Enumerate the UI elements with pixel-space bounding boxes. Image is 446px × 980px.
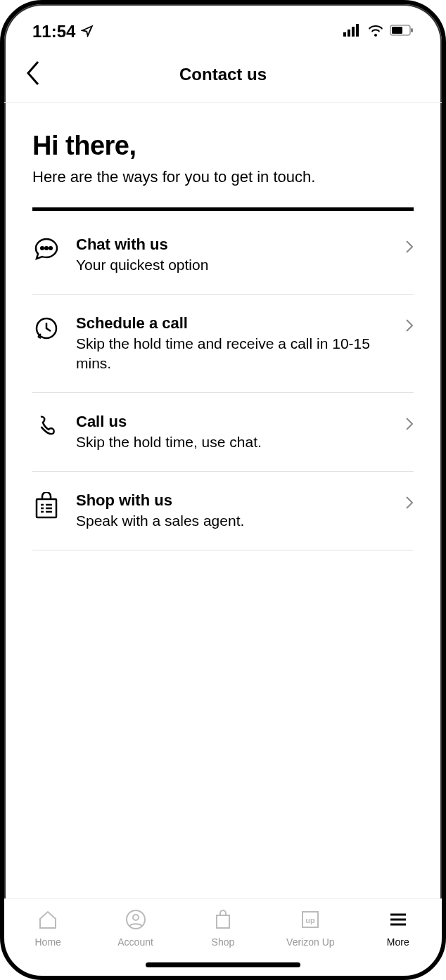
tab-label: Account <box>117 936 153 948</box>
location-icon <box>81 22 94 41</box>
clock-icon <box>32 314 60 342</box>
status-bar: 11:54 <box>4 4 442 46</box>
option-shop-with-us[interactable]: Shop with us Speak with a sales agent. <box>32 472 414 550</box>
chevron-right-icon <box>405 240 414 257</box>
option-schedule-a-call[interactable]: Schedule a call Skip the hold time and r… <box>32 295 414 393</box>
wifi-icon <box>367 24 384 39</box>
chat-icon <box>32 236 60 264</box>
svg-point-9 <box>49 247 52 250</box>
tab-label: Verizon Up <box>286 936 334 948</box>
chevron-right-icon <box>405 496 414 512</box>
option-desc: Skip the hold time and receive a call in… <box>76 334 390 373</box>
svg-point-7 <box>41 247 44 250</box>
phone-icon <box>32 413 60 441</box>
chevron-right-icon <box>405 417 414 434</box>
shop-icon <box>212 909 234 932</box>
option-chat-with-us[interactable]: Chat with us Your quickest option <box>32 211 414 295</box>
phone-frame: 11:54 <box>0 0 446 980</box>
greeting-subtitle: Here are the ways for you to get in touc… <box>32 168 414 186</box>
tab-shop[interactable]: Shop <box>184 909 262 948</box>
option-text: Shop with us Speak with a sales agent. <box>76 491 390 530</box>
option-desc: Your quickest option <box>76 255 390 274</box>
option-text: Schedule a call Skip the hold time and r… <box>76 314 390 373</box>
tab-home[interactable]: Home <box>9 909 87 948</box>
status-left: 11:54 <box>32 22 94 41</box>
tab-account[interactable]: Account <box>97 909 174 948</box>
svg-text:up: up <box>306 916 316 924</box>
svg-point-8 <box>45 247 48 250</box>
tab-more[interactable]: More <box>359 909 437 948</box>
option-title: Schedule a call <box>76 314 390 333</box>
home-icon <box>37 909 58 932</box>
page-title: Contact us <box>179 65 267 84</box>
option-call-us[interactable]: Call us Skip the hold time, use chat. <box>32 393 414 472</box>
greeting-heading: Hi there, <box>32 131 414 161</box>
option-text: Chat with us Your quickest option <box>76 236 390 274</box>
tab-label: Shop <box>212 936 235 948</box>
status-time: 11:54 <box>32 22 75 41</box>
option-title: Chat with us <box>76 236 390 254</box>
nav-header: Contact us <box>4 46 442 103</box>
option-desc: Skip the hold time, use chat. <box>76 432 390 451</box>
content: Hi there, Here are the ways for you to g… <box>4 103 442 550</box>
option-text: Call us Skip the hold time, use chat. <box>76 413 390 451</box>
cellular-icon <box>343 24 362 39</box>
status-right <box>343 24 414 39</box>
svg-rect-5 <box>392 27 402 34</box>
svg-rect-0 <box>343 32 346 37</box>
svg-rect-6 <box>411 28 413 32</box>
option-desc: Speak with a sales agent. <box>76 511 390 530</box>
hamburger-icon <box>388 909 409 932</box>
home-indicator[interactable] <box>146 962 300 967</box>
tab-label: Home <box>35 936 61 948</box>
option-title: Shop with us <box>76 491 390 510</box>
svg-point-19 <box>133 915 139 920</box>
svg-rect-3 <box>356 24 359 37</box>
verizon-up-icon: up <box>300 909 321 932</box>
back-button[interactable] <box>25 60 41 89</box>
svg-rect-2 <box>352 27 355 37</box>
chevron-right-icon <box>405 318 414 335</box>
tab-label: More <box>387 936 409 948</box>
svg-rect-20 <box>217 915 229 928</box>
svg-rect-1 <box>348 30 350 37</box>
tab-verizon-up[interactable]: up Verizon Up <box>272 909 349 948</box>
shopping-bag-icon <box>32 491 60 520</box>
option-title: Call us <box>76 413 390 431</box>
account-icon <box>125 909 146 932</box>
battery-icon <box>390 25 414 39</box>
